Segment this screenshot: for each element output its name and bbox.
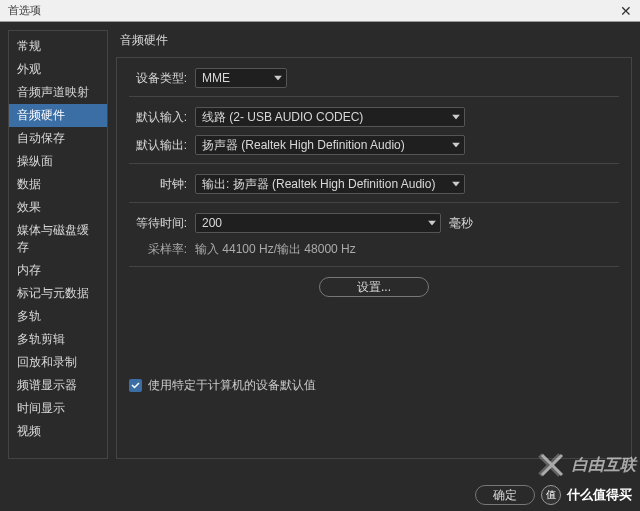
window-title: 首选项 (8, 3, 620, 18)
sidebar-item[interactable]: 标记与元数据 (9, 282, 107, 305)
sidebar-item[interactable]: 音频声道映射 (9, 81, 107, 104)
samplerate-value: 输入 44100 Hz/输出 48000 Hz (195, 241, 356, 258)
ok-button[interactable]: 确定 (475, 485, 535, 505)
audio-hardware-panel: 设备类型: MME 默认输入: 线路 (2- USB AUDIO CODEC) … (116, 57, 632, 459)
latency-unit: 毫秒 (449, 215, 473, 232)
settings-button-label: 设置... (357, 279, 391, 296)
use-defaults-checkbox-row[interactable]: 使用特定于计算机的设备默认值 (129, 377, 316, 394)
device-type-select[interactable]: MME (195, 68, 287, 88)
checkbox-icon (129, 379, 142, 392)
divider (129, 202, 619, 203)
sidebar-item[interactable]: 时间显示 (9, 397, 107, 420)
footer: 确定 值 什么值得买 (475, 485, 632, 505)
sidebar-item[interactable]: 视频 (9, 420, 107, 443)
clock-value: 输出: 扬声器 (Realtek High Definition Audio) (202, 176, 435, 193)
content: 音频硬件 设备类型: MME 默认输入: 线路 (2- USB AUDIO CO… (116, 30, 632, 459)
device-type-value: MME (202, 71, 230, 85)
sidebar-item[interactable]: 数据 (9, 173, 107, 196)
chevron-down-icon (428, 221, 436, 226)
sidebar-item[interactable]: 回放和录制 (9, 351, 107, 374)
latency-select[interactable]: 200 (195, 213, 441, 233)
ok-button-label: 确定 (493, 487, 517, 504)
sidebar-item[interactable]: 音频硬件 (9, 104, 107, 127)
chevron-down-icon (452, 143, 460, 148)
default-input-label: 默认输入: (129, 109, 187, 126)
samplerate-label: 采样率: (129, 241, 187, 258)
divider (129, 163, 619, 164)
divider (129, 96, 619, 97)
default-input-value: 线路 (2- USB AUDIO CODEC) (202, 109, 363, 126)
clock-label: 时钟: (129, 176, 187, 193)
default-input-select[interactable]: 线路 (2- USB AUDIO CODEC) (195, 107, 465, 127)
close-icon[interactable]: ✕ (620, 3, 632, 19)
badge-icon: 值 (541, 485, 561, 505)
chevron-down-icon (452, 115, 460, 120)
sidebar-item[interactable]: 效果 (9, 196, 107, 219)
sidebar-item[interactable]: 外观 (9, 58, 107, 81)
latency-value: 200 (202, 216, 222, 230)
divider (129, 266, 619, 267)
sidebar-item[interactable]: 频谱显示器 (9, 374, 107, 397)
clock-select[interactable]: 输出: 扬声器 (Realtek High Definition Audio) (195, 174, 465, 194)
badge-text: 值 (546, 488, 556, 502)
device-type-label: 设备类型: (129, 70, 187, 87)
use-defaults-label: 使用特定于计算机的设备默认值 (148, 377, 316, 394)
footer-slogan: 什么值得买 (567, 486, 632, 504)
sidebar-item[interactable]: 操纵面 (9, 150, 107, 173)
sidebar-item[interactable]: 自动保存 (9, 127, 107, 150)
latency-label: 等待时间: (129, 215, 187, 232)
default-output-label: 默认输出: (129, 137, 187, 154)
chevron-down-icon (274, 76, 282, 81)
sidebar-item[interactable]: 多轨 (9, 305, 107, 328)
default-output-select[interactable]: 扬声器 (Realtek High Definition Audio) (195, 135, 465, 155)
sidebar-item[interactable]: 常规 (9, 35, 107, 58)
default-output-value: 扬声器 (Realtek High Definition Audio) (202, 137, 405, 154)
sidebar-item[interactable]: 多轨剪辑 (9, 328, 107, 351)
titlebar: 首选项 ✕ (0, 0, 640, 22)
chevron-down-icon (452, 182, 460, 187)
panel-title: 音频硬件 (116, 30, 632, 57)
settings-button[interactable]: 设置... (319, 277, 429, 297)
main-area: 常规外观音频声道映射音频硬件自动保存操纵面数据效果媒体与磁盘缓存内存标记与元数据… (0, 22, 640, 467)
sidebar: 常规外观音频声道映射音频硬件自动保存操纵面数据效果媒体与磁盘缓存内存标记与元数据… (8, 30, 108, 459)
sidebar-item[interactable]: 内存 (9, 259, 107, 282)
sidebar-item[interactable]: 媒体与磁盘缓存 (9, 219, 107, 259)
